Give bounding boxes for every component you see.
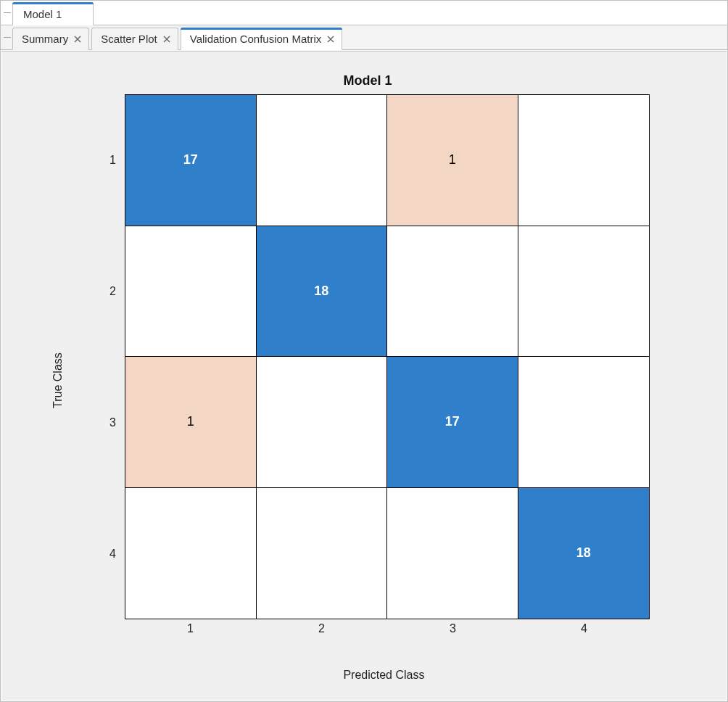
chart-body: True Class 1 2 3 4 17 1 18 [59,94,676,674]
matrix-cell [518,95,650,226]
y-axis-ticks: 1 2 3 4 [103,94,122,619]
confusion-matrix-grid: 17 1 18 1 17 [125,94,650,619]
x-axis-ticks: 1 2 3 4 [125,622,650,643]
matrix-cell: 1 [387,95,518,226]
tab-summary-label: Summary [22,33,68,45]
matrix-cell: 1 [125,357,257,488]
y-tick: 4 [103,488,122,619]
plot-tabstrip: Summary Scatter Plot Validation Confusio… [1,25,727,50]
close-icon[interactable] [327,36,334,43]
x-axis-label: Predicted Class [343,669,424,682]
matrix-cell [387,226,518,358]
matrix-cell [125,226,257,358]
matrix-cell [257,488,388,619]
matrix-cell [257,357,388,488]
tab-validation-confusion-matrix[interactable]: Validation Confusion Matrix [181,28,342,50]
confusion-matrix-chart: Model 1 True Class 1 2 3 4 17 1 [59,73,676,697]
model-tab-model1[interactable]: Model 1 [12,2,94,25]
tab-scatter-label: Scatter Plot [101,33,157,45]
y-tick: 2 [103,226,122,357]
model-tab-label: Model 1 [23,8,62,20]
model-tabstrip: Model 1 [1,1,727,25]
matrix-cell: 18 [518,488,650,619]
matrix-cell: 17 [387,357,518,488]
x-tick: 4 [518,622,650,643]
matrix-cell: 18 [257,226,388,358]
plot-panel: Model 1 True Class 1 2 3 4 17 1 [1,51,727,701]
tab-confusion-label: Validation Confusion Matrix [190,33,321,45]
x-tick: 1 [125,622,256,643]
chart-title: Model 1 [59,73,676,88]
matrix-cell [518,226,650,358]
sub-tabstrip-drag-handle[interactable] [4,26,11,49]
x-tick: 3 [387,622,518,643]
y-axis-label: True Class [51,352,65,408]
tabstrip-drag-handle[interactable] [4,1,11,25]
matrix-cell [518,357,650,488]
tab-summary[interactable]: Summary [12,28,89,50]
close-icon[interactable] [163,36,170,43]
x-tick: 2 [256,622,387,643]
matrix-cell [257,95,388,226]
close-icon[interactable] [74,36,81,43]
y-tick: 1 [103,94,122,226]
matrix-cell [125,488,257,619]
y-tick: 3 [103,357,122,488]
matrix-cell [387,488,518,619]
tab-scatter-plot[interactable]: Scatter Plot [91,28,178,50]
app-frame: Model 1 Summary Scatter Plot Validation … [0,0,728,702]
matrix-cell: 17 [125,95,257,226]
